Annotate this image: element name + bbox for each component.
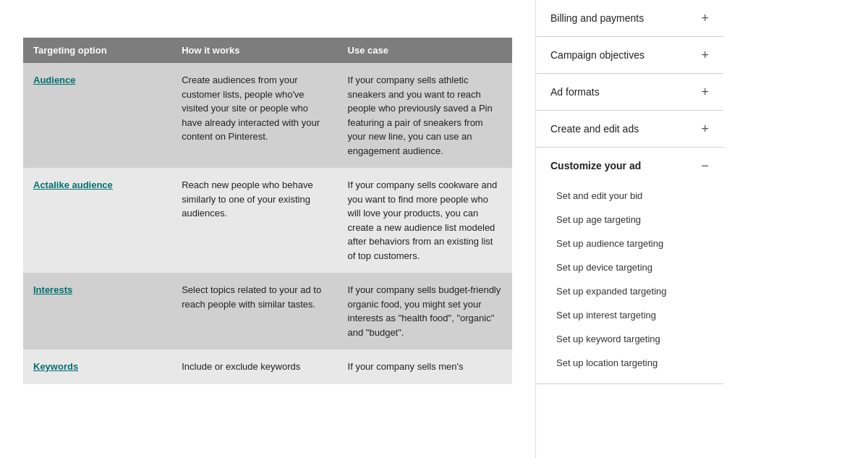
sidebar-subitem[interactable]: Set and edit your bid xyxy=(536,184,723,208)
targeting-option-link[interactable]: Interests xyxy=(33,284,72,295)
targeting-option-link[interactable]: Keywords xyxy=(33,361,78,372)
use-case-cell: If your company sells athletic sneakers … xyxy=(338,63,512,168)
use-case-cell: If your company sells cookware and you w… xyxy=(338,168,512,273)
targeting-table: Targeting option How it works Use case A… xyxy=(23,38,512,384)
sidebar-section-create-edit-ads: Create and edit ads+ xyxy=(536,111,723,148)
sidebar-section-header-customize[interactable]: Customize your ad− xyxy=(536,148,723,184)
sidebar-section-ad-formats: Ad formats+ xyxy=(536,74,723,111)
sidebar-section-title-billing: Billing and payments xyxy=(550,12,644,24)
use-case-cell: If your company sells budget-friendly or… xyxy=(338,273,512,349)
sidebar-subitem[interactable]: Set up device targeting xyxy=(536,255,723,279)
sidebar-subitem[interactable]: Set up age targeting xyxy=(536,208,723,232)
sidebar-subitem[interactable]: Set up expanded targeting xyxy=(536,279,723,303)
table-row: AudienceCreate audiences from your custo… xyxy=(23,63,512,168)
sidebar-subitem[interactable]: Set up keyword targeting xyxy=(536,327,723,351)
plus-icon: + xyxy=(701,48,709,62)
plus-icon: + xyxy=(701,12,709,25)
how-it-works-cell: Select topics related to your ad to reac… xyxy=(171,273,337,349)
table-row: Actalike audienceReach new people who be… xyxy=(23,168,512,273)
use-case-cell: If your company sells men's xyxy=(338,349,512,384)
how-it-works-cell: Include or exclude keywords xyxy=(171,349,337,384)
plus-icon: + xyxy=(701,85,709,98)
sidebar-section-customize: Customize your ad−Set and edit your bidS… xyxy=(536,148,723,384)
main-content: Targeting option How it works Use case A… xyxy=(0,0,535,458)
sidebar-section-billing: Billing and payments+ xyxy=(536,0,723,37)
sidebar-section-title-customize: Customize your ad xyxy=(550,160,641,171)
sidebar-section-header-create-edit-ads[interactable]: Create and edit ads+ xyxy=(536,111,723,147)
plus-icon: + xyxy=(701,122,709,135)
sidebar-subitem[interactable]: Set up audience targeting xyxy=(536,232,723,255)
targeting-option-cell: Interests xyxy=(23,273,171,349)
table-row: KeywordsInclude or exclude keywordsIf yo… xyxy=(23,349,512,384)
sidebar-section-campaign: Campaign objectives+ xyxy=(536,37,723,74)
sidebar-section-header-campaign[interactable]: Campaign objectives+ xyxy=(536,37,723,73)
sidebar-section-title-ad-formats: Ad formats xyxy=(550,86,600,98)
sidebar: Billing and payments+Campaign objectives… xyxy=(535,0,723,458)
sidebar-section-title-create-edit-ads: Create and edit ads xyxy=(550,123,639,135)
targeting-option-link[interactable]: Audience xyxy=(33,75,76,85)
sidebar-section-header-billing[interactable]: Billing and payments+ xyxy=(536,0,723,36)
table-row: InterestsSelect topics related to your a… xyxy=(23,273,512,349)
sidebar-section-title-campaign: Campaign objectives xyxy=(550,49,644,61)
targeting-option-link[interactable]: Actalike audience xyxy=(33,179,113,190)
sidebar-subitem[interactable]: Set up location targeting xyxy=(536,351,723,375)
sidebar-section-header-ad-formats[interactable]: Ad formats+ xyxy=(536,74,723,110)
targeting-option-cell: Audience xyxy=(23,63,171,168)
how-it-works-cell: Create audiences from your customer list… xyxy=(171,63,337,168)
sidebar-subitems-customize: Set and edit your bidSet up age targetin… xyxy=(536,184,723,383)
targeting-option-cell: Keywords xyxy=(23,349,171,384)
targeting-option-cell: Actalike audience xyxy=(23,168,171,273)
col-header-option: Targeting option xyxy=(23,38,171,63)
how-it-works-cell: Reach new people who behave similarly to… xyxy=(171,168,337,273)
col-header-how: How it works xyxy=(171,38,337,63)
col-header-use: Use case xyxy=(338,38,512,63)
minus-icon: − xyxy=(701,159,709,172)
sidebar-subitem[interactable]: Set up interest targeting xyxy=(536,303,723,327)
